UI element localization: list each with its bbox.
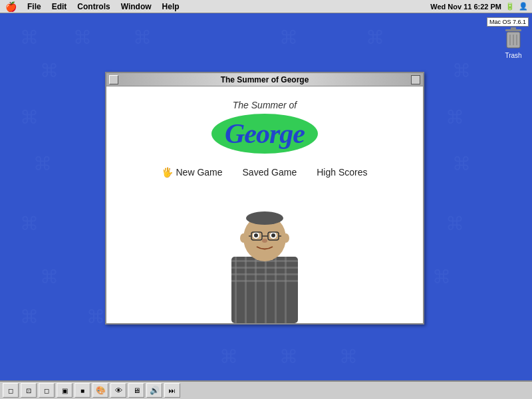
taskbar-btn-10[interactable]: ⏭: [164, 383, 180, 398]
menu-help[interactable]: Help: [157, 2, 185, 11]
window-close-button[interactable]: [109, 75, 118, 84]
user-icon: 👤: [519, 2, 528, 11]
svg-rect-1: [511, 27, 516, 30]
macos-version-label: Mac OS 7.6.1: [487, 17, 529, 27]
george-oval: George: [211, 114, 318, 154]
taskbar: ◻ ⊡ ◻ ▣ ■ 🎨 👁 🖥 🔊 ⏭: [0, 380, 532, 399]
trash-label: Trash: [503, 52, 523, 59]
bg-icon-12: ⌘: [20, 213, 39, 235]
bg-icon-4: ⌘: [279, 27, 298, 49]
svg-point-22: [254, 233, 258, 237]
svg-point-19: [246, 211, 283, 225]
game-menu-row: 🖐 New Game Saved Game High Scores: [162, 167, 367, 178]
new-game-button[interactable]: 🖐 New Game: [162, 167, 222, 178]
bg-icon-16: ⌘: [20, 306, 39, 328]
high-scores-button[interactable]: High Scores: [317, 167, 367, 178]
battery-icon: 🔋: [505, 2, 515, 11]
bg-icon-15: ⌘: [432, 266, 451, 288]
bg-icon-11: ⌘: [452, 153, 471, 175]
game-subtitle: The Summer of: [233, 100, 297, 110]
george-figure: [198, 190, 331, 323]
menu-file[interactable]: File: [22, 2, 47, 11]
high-scores-label: High Scores: [317, 167, 367, 178]
bg-icon-9: ⌘: [446, 106, 464, 128]
menubar-right: Wed Nov 11 6:22 PM 🔋 👤: [430, 2, 532, 11]
bg-icon-2: ⌘: [73, 27, 92, 49]
game-window: The Summer of George The Summer of Georg…: [105, 72, 424, 325]
svg-rect-15: [275, 257, 277, 323]
svg-rect-11: [235, 257, 237, 323]
bg-icon-19: ⌘: [219, 346, 238, 368]
saved-game-label: Saved Game: [243, 167, 297, 178]
taskbar-btn-3[interactable]: ◻: [39, 383, 55, 398]
trash-icon: [501, 27, 525, 51]
svg-rect-12: [245, 257, 247, 323]
window-content: The Summer of George 🖐 New Game Saved Ga…: [106, 86, 423, 323]
apple-menu[interactable]: 🍎: [0, 1, 22, 12]
taskbar-btn-8[interactable]: 🖥: [128, 383, 144, 398]
menu-window[interactable]: Window: [116, 2, 157, 11]
menubar: 🍎 File Edit Controls Window Help Wed Nov…: [0, 0, 532, 13]
george-svg: [198, 190, 331, 323]
trash-svg: [503, 27, 524, 51]
saved-game-button[interactable]: Saved Game: [243, 167, 297, 178]
svg-point-29: [262, 239, 267, 243]
bg-icon-10: ⌘: [33, 153, 52, 175]
desktop: 🍎 File Edit Controls Window Help Wed Nov…: [0, 0, 532, 399]
bg-icon-13: ⌘: [446, 213, 464, 235]
window-titlebar: The Summer of George: [106, 73, 423, 86]
menu-controls[interactable]: Controls: [72, 2, 115, 11]
taskbar-btn-9[interactable]: 🔊: [146, 383, 162, 398]
bg-icon-14: ⌘: [40, 266, 59, 288]
window-zoom-button[interactable]: [411, 75, 420, 84]
bg-icon-21: ⌘: [339, 346, 358, 368]
svg-point-30: [240, 233, 247, 243]
svg-rect-14: [265, 257, 267, 323]
bg-icon-1: ⌘: [20, 27, 39, 49]
bg-icon-17: ⌘: [86, 306, 105, 328]
clock: Wed Nov 11 6:22 PM: [430, 3, 501, 11]
bg-icon-20: ⌘: [279, 346, 298, 368]
game-title-container: George: [211, 114, 318, 154]
george-title-text: George: [225, 118, 305, 150]
svg-rect-13: [255, 257, 257, 323]
svg-point-23: [271, 233, 275, 237]
window-title: The Summer of George: [221, 75, 309, 84]
trash-icon-desktop[interactable]: Trash: [501, 27, 525, 59]
bg-icon-5: ⌘: [366, 27, 384, 49]
hand-icon: 🖐: [162, 167, 173, 178]
taskbar-btn-1[interactable]: ◻: [3, 383, 19, 398]
taskbar-btn-5[interactable]: ■: [74, 383, 90, 398]
bg-icon-7: ⌘: [452, 60, 471, 82]
menu-edit[interactable]: Edit: [47, 2, 72, 11]
taskbar-btn-4[interactable]: ▣: [57, 383, 72, 398]
new-game-label: New Game: [176, 167, 222, 178]
bg-icon-6: ⌘: [40, 60, 59, 82]
bg-icon-8: ⌘: [20, 106, 39, 128]
svg-rect-16: [285, 257, 287, 323]
svg-point-31: [283, 233, 289, 243]
taskbar-btn-7[interactable]: 👁: [110, 383, 126, 398]
taskbar-btn-6[interactable]: 🎨: [92, 383, 108, 398]
bg-icon-3: ⌘: [133, 27, 152, 49]
taskbar-btn-2[interactable]: ⊡: [21, 383, 37, 398]
